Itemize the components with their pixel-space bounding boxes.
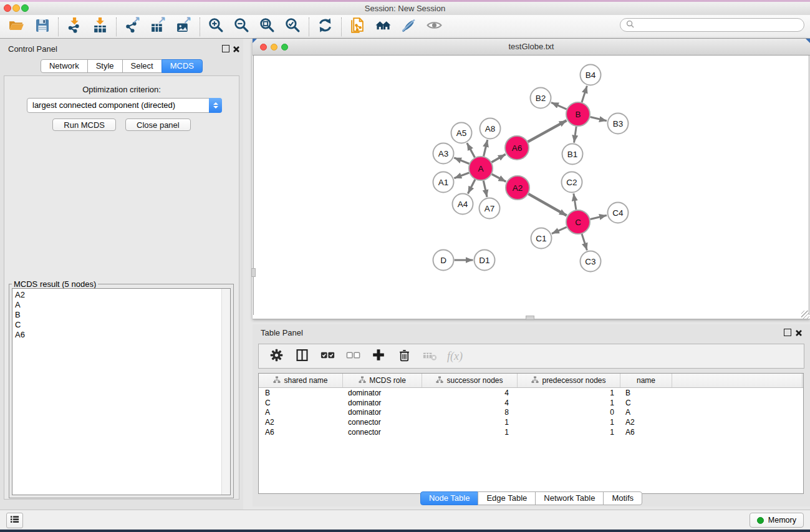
tab-network-table[interactable]: Network Table bbox=[535, 491, 604, 505]
close-window-button[interactable] bbox=[4, 4, 11, 12]
edge-B-B1[interactable] bbox=[574, 127, 577, 143]
add-column-button[interactable] bbox=[370, 348, 387, 364]
hide-annotations-button[interactable] bbox=[396, 16, 422, 37]
splitter-handle[interactable] bbox=[526, 316, 534, 320]
column-header-shared-name[interactable]: shared name bbox=[259, 374, 343, 387]
run-mcds-button[interactable]: Run MCDS bbox=[52, 118, 116, 131]
graph-node-A6[interactable]: A6 bbox=[505, 136, 529, 160]
edge-A-A4[interactable] bbox=[468, 180, 475, 194]
graph-node-C1[interactable]: C1 bbox=[531, 228, 552, 249]
graph-node-B2[interactable]: B2 bbox=[531, 88, 551, 109]
edge-C-C1[interactable] bbox=[552, 227, 567, 233]
graph-node-D[interactable]: D bbox=[433, 250, 454, 271]
edge-A2-C[interactable] bbox=[528, 194, 566, 216]
tab-edge-table[interactable]: Edge Table bbox=[478, 491, 536, 505]
edge-A-A5[interactable] bbox=[467, 143, 475, 157]
graph-node-D1[interactable]: D1 bbox=[475, 250, 495, 271]
network-document-button[interactable] bbox=[345, 16, 370, 37]
graph-node-C4[interactable]: C4 bbox=[608, 203, 629, 223]
edge-A6-B[interactable] bbox=[528, 120, 567, 142]
result-item[interactable]: B bbox=[12, 310, 230, 320]
tab-motifs[interactable]: Motifs bbox=[603, 491, 642, 505]
edge-A-A7[interactable] bbox=[483, 181, 487, 197]
minimize-view-button[interactable] bbox=[271, 44, 277, 51]
graph-node-C2[interactable]: C2 bbox=[562, 172, 582, 193]
column-header-successor-nodes[interactable]: successor nodes bbox=[422, 374, 518, 387]
graph-node-B3[interactable]: B3 bbox=[608, 114, 629, 134]
graph-node-C3[interactable]: C3 bbox=[581, 251, 601, 272]
float-panel-icon[interactable] bbox=[222, 45, 229, 52]
edge-C-C4[interactable] bbox=[590, 215, 607, 219]
edge-B-B4[interactable] bbox=[582, 86, 587, 102]
save-session-button[interactable] bbox=[29, 16, 55, 37]
edge-C-C2[interactable] bbox=[574, 193, 576, 210]
edge-A-A3[interactable] bbox=[454, 158, 469, 164]
tab-node-table[interactable]: Node Table bbox=[420, 491, 479, 505]
zoom-view-button[interactable] bbox=[281, 44, 288, 51]
tab-style[interactable]: Style bbox=[87, 59, 123, 73]
edge-A-A1[interactable] bbox=[454, 173, 469, 178]
edge-A-A8[interactable] bbox=[484, 140, 488, 157]
export-image-button[interactable]: ↗ bbox=[171, 16, 196, 37]
result-item[interactable]: A6 bbox=[12, 330, 230, 340]
select-all-button[interactable] bbox=[319, 348, 335, 364]
zoom-out-button[interactable] bbox=[229, 16, 254, 37]
tab-network[interactable]: Network bbox=[41, 59, 88, 73]
result-item[interactable]: A2 bbox=[12, 290, 230, 300]
column-header-MCDS-role[interactable]: MCDS role bbox=[343, 374, 422, 387]
graph-node-A2[interactable]: A2 bbox=[506, 176, 529, 200]
import-table-button[interactable] bbox=[87, 16, 113, 37]
column-header-name[interactable]: name bbox=[620, 374, 672, 387]
edge-A-A2[interactable] bbox=[492, 174, 506, 181]
close-panel-icon[interactable] bbox=[233, 44, 240, 52]
minimize-window-button[interactable] bbox=[12, 4, 20, 12]
open-session-button[interactable] bbox=[4, 16, 29, 37]
memory-button[interactable]: Memory bbox=[750, 513, 804, 528]
graph-node-C[interactable]: C bbox=[566, 210, 590, 234]
graph-node-A7[interactable]: A7 bbox=[480, 198, 500, 219]
table-row[interactable]: Adominator80A bbox=[259, 408, 803, 418]
tab-mcds[interactable]: MCDS bbox=[162, 59, 203, 73]
graph-node-A3[interactable]: A3 bbox=[433, 143, 454, 164]
zoom-in-button[interactable] bbox=[203, 16, 229, 37]
table-settings-button[interactable] bbox=[268, 348, 284, 364]
result-item[interactable]: C bbox=[12, 320, 230, 330]
criterion-dropdown[interactable]: largest connected component (directed) bbox=[27, 98, 222, 113]
split-panel-button[interactable] bbox=[294, 348, 310, 364]
zoom-fit-button[interactable] bbox=[254, 16, 280, 37]
scrollbar-track[interactable] bbox=[221, 289, 230, 495]
refresh-view-button[interactable] bbox=[312, 16, 338, 37]
graph-node-B[interactable]: B bbox=[566, 102, 590, 126]
graph-node-A4[interactable]: A4 bbox=[453, 194, 473, 215]
graph-node-A5[interactable]: A5 bbox=[451, 123, 472, 143]
graph-node-B4[interactable]: B4 bbox=[581, 65, 601, 85]
deselect-all-button[interactable] bbox=[345, 348, 361, 364]
table-row[interactable]: Bdominator41B bbox=[259, 388, 803, 398]
network-window-titlebar[interactable]: testGlobe.txt bbox=[253, 39, 810, 56]
result-item[interactable]: A bbox=[12, 300, 230, 310]
table-row[interactable]: A2connector11A2 bbox=[259, 417, 803, 427]
delete-column-button[interactable] bbox=[396, 348, 412, 364]
graph-node-A8[interactable]: A8 bbox=[480, 118, 501, 139]
close-panel-icon[interactable] bbox=[795, 328, 803, 336]
search-input[interactable] bbox=[638, 20, 798, 30]
zoom-selected-button[interactable] bbox=[280, 16, 306, 37]
task-history-button[interactable] bbox=[6, 513, 23, 528]
export-network-button[interactable]: ↗ bbox=[120, 16, 145, 37]
graph-node-A1[interactable]: A1 bbox=[433, 172, 454, 193]
graph-node-A[interactable]: A bbox=[469, 157, 493, 180]
close-view-button[interactable] bbox=[260, 44, 267, 51]
graph-node-B1[interactable]: B1 bbox=[562, 144, 583, 165]
splitter-handle[interactable] bbox=[251, 268, 256, 277]
tab-select[interactable]: Select bbox=[122, 59, 162, 73]
table-row[interactable]: A6connector11A6 bbox=[259, 427, 803, 437]
show-graphics-details-button[interactable] bbox=[422, 16, 447, 37]
import-network-button[interactable] bbox=[62, 16, 87, 37]
resize-grip-icon[interactable] bbox=[801, 311, 809, 319]
home-button[interactable] bbox=[370, 16, 396, 37]
zoom-window-button[interactable] bbox=[21, 4, 29, 12]
edge-B-B3[interactable] bbox=[590, 117, 607, 121]
edge-A-A6[interactable] bbox=[491, 154, 505, 162]
column-header-predecessor-nodes[interactable]: predecessor nodes bbox=[518, 374, 620, 387]
export-table-button[interactable]: ↗ bbox=[145, 16, 171, 37]
